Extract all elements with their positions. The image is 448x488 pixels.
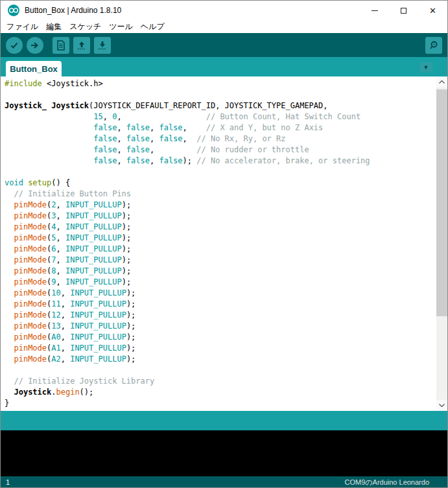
scrollbar-thumb[interactable] (436, 89, 447, 316)
upload-button[interactable] (27, 37, 43, 54)
window-title: Button_Box | Arduino 1.8.10 (25, 6, 121, 15)
toolbar (1, 33, 447, 57)
menu-edit[interactable]: 編集 (42, 20, 65, 34)
code-line: Joystick.begin(); (5, 387, 436, 398)
vertical-scrollbar[interactable] (436, 76, 447, 411)
check-icon (10, 41, 19, 50)
code-line: pinMode(12, INPUT_PULLUP); (5, 310, 436, 321)
code-line: pinMode(2, INPUT_PULLUP); (5, 200, 436, 211)
code-lines: #include <Joystick.h>Joystick_ Joystick(… (1, 78, 436, 409)
code-line: pinMode(A0, INPUT_PULLUP); (5, 332, 436, 343)
new-sketch-button[interactable] (53, 37, 69, 54)
maximize-button[interactable] (389, 1, 418, 20)
minimize-icon (371, 10, 378, 11)
title-bar: Button_Box | Arduino 1.8.10 ✕ (1, 1, 447, 20)
code-line: false, false, // No rudder or throttle (5, 145, 436, 156)
tab-strip: Button_Box ▼ (1, 57, 447, 76)
code-line: false, false, false); // No accelerator,… (5, 156, 436, 167)
scroll-up-button[interactable] (436, 76, 447, 87)
document-icon (56, 40, 65, 51)
code-line: pinMode(A1, INPUT_PULLUP); (5, 343, 436, 354)
status-bar: 1 COM9のArduino Leonardo (1, 476, 447, 488)
close-button[interactable]: ✕ (418, 1, 447, 20)
chevron-down-icon: ▼ (423, 64, 429, 71)
tab-button-box[interactable]: Button_Box (6, 61, 62, 76)
board-port-indicator: COM9のArduino Leonardo (345, 478, 430, 487)
code-line: #include <Joystick.h> (5, 78, 436, 89)
code-editor[interactable]: #include <Joystick.h>Joystick_ Joystick(… (1, 76, 447, 411)
code-line: Joystick_ Joystick(JOYSTICK_DEFAULT_REPO… (5, 100, 436, 111)
maximize-icon (401, 8, 407, 14)
up-arrow-icon (77, 40, 87, 51)
code-line (5, 365, 436, 376)
code-line: false, false, false, // No Rx, Ry, or Rz (5, 134, 436, 145)
code-line: void setup() { (5, 178, 436, 189)
code-line: // Initialize Button Pins (5, 189, 436, 200)
code-line (5, 167, 436, 178)
open-sketch-button[interactable] (73, 37, 90, 54)
code-line: pinMode(11, INPUT_PULLUP); (5, 299, 436, 310)
code-line (5, 89, 436, 100)
code-line: pinMode(4, INPUT_PULLUP); (5, 222, 436, 233)
menu-bar: ファイル 編集 スケッチ ツール ヘルプ (1, 20, 447, 33)
code-line: pinMode(10, INPUT_PULLUP); (5, 288, 436, 299)
menu-help[interactable]: ヘルプ (137, 20, 169, 34)
scroll-down-button[interactable] (436, 400, 447, 411)
status-message-bar (1, 411, 447, 430)
code-line: pinMode(3, INPUT_PULLUP); (5, 211, 436, 222)
chevron-up-icon (439, 80, 445, 84)
arduino-ide-window: Button_Box | Arduino 1.8.10 ✕ ファイル 編集 スケ… (0, 0, 448, 488)
console-output (1, 430, 447, 476)
chevron-down-icon (439, 404, 445, 407)
code-line: pinMode(9, INPUT_PULLUP); (5, 277, 436, 288)
save-sketch-button[interactable] (94, 37, 111, 54)
window-controls: ✕ (360, 1, 447, 20)
menu-tools[interactable]: ツール (105, 20, 137, 34)
code-line: 15, 0, // Button Count, Hat Switch Count (5, 111, 436, 122)
code-line: pinMode(7, INPUT_PULLUP); (5, 255, 436, 266)
code-line: pinMode(13, INPUT_PULLUP); (5, 321, 436, 332)
code-line: false, false, false, // X and Y, but no … (5, 122, 436, 134)
menu-file[interactable]: ファイル (3, 20, 42, 34)
code-line: pinMode(A2, INPUT_PULLUP); (5, 354, 436, 365)
code-line: pinMode(8, INPUT_PULLUP); (5, 266, 436, 277)
down-arrow-icon (97, 40, 108, 51)
close-icon: ✕ (429, 6, 436, 15)
code-line: pinMode(5, INPUT_PULLUP); (5, 233, 436, 244)
menu-sketch[interactable]: スケッチ (65, 20, 105, 34)
code-line: pinMode(6, INPUT_PULLUP); (5, 244, 436, 255)
line-number-indicator: 1 (6, 478, 10, 486)
right-arrow-icon (30, 41, 40, 50)
magnifier-icon (429, 40, 439, 51)
tab-dropdown-button[interactable]: ▼ (419, 62, 432, 73)
arduino-logo-icon (8, 5, 19, 16)
serial-monitor-button[interactable] (425, 37, 442, 54)
minimize-button[interactable] (360, 1, 389, 20)
verify-button[interactable] (6, 37, 23, 54)
code-line: } (5, 398, 436, 409)
code-line: // Initialize Joystick Library (5, 376, 436, 387)
